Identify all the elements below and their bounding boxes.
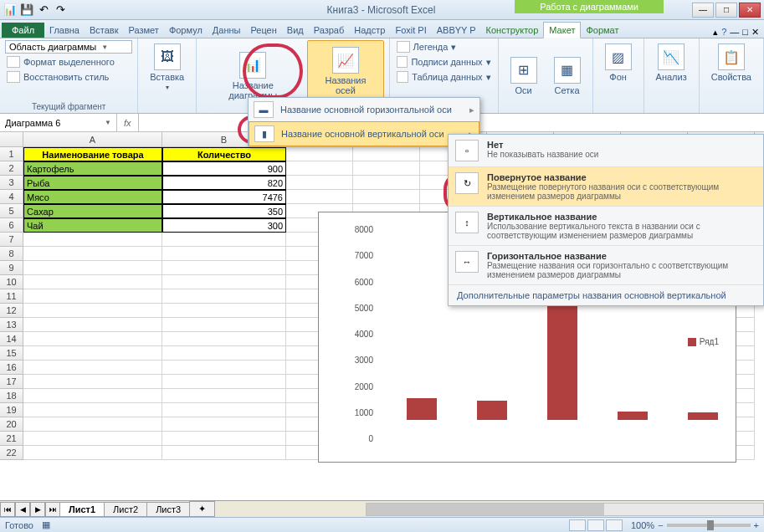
sheet-nav-prev[interactable]: ◀ [15, 502, 30, 517]
sheet-tab-3[interactable]: Лист3 [146, 502, 190, 517]
cell[interactable]: Количество [162, 147, 286, 161]
cell[interactable]: 7476 [162, 190, 286, 204]
menu-horizontal-axis-title[interactable]: ▬ Название основной горизонтальной оси▸ [249, 98, 479, 121]
cell[interactable] [23, 261, 162, 275]
insert-button[interactable]: 🖼Вставка▾ [143, 40, 191, 95]
row-header[interactable]: 4 [0, 190, 23, 204]
cell[interactable] [23, 417, 162, 432]
row-header[interactable]: 22 [0, 446, 23, 460]
cell[interactable] [162, 332, 286, 346]
axes-button[interactable]: ⊞Оси [504, 40, 544, 111]
cell[interactable] [23, 375, 162, 389]
tab-home[interactable]: Главна [44, 23, 85, 38]
new-sheet-button[interactable]: ✦ [189, 501, 215, 517]
cell[interactable] [162, 432, 286, 446]
zoom-level[interactable]: 100% [631, 520, 654, 530]
chart-bar[interactable] [407, 398, 437, 420]
cell[interactable] [162, 375, 286, 389]
submenu-more-options[interactable]: Дополнительные параметры названия основн… [449, 285, 763, 305]
cell[interactable] [353, 161, 420, 176]
doc-minimize-icon[interactable]: — [730, 27, 739, 38]
cell[interactable] [23, 332, 162, 346]
row-header[interactable]: 10 [0, 275, 23, 289]
cell[interactable] [353, 190, 420, 204]
row-header[interactable]: 1 [0, 147, 23, 161]
cell[interactable] [162, 275, 286, 289]
cell[interactable] [286, 190, 353, 204]
cell[interactable] [162, 304, 286, 318]
cell[interactable]: Чай [23, 218, 162, 233]
row-header[interactable]: 2 [0, 161, 23, 176]
cell[interactable]: Наименование товара [23, 147, 162, 161]
tab-abbyy[interactable]: ABBYY P [432, 23, 481, 38]
view-page-break[interactable] [606, 519, 623, 531]
submenu-rotated-title[interactable]: ↻ Повернутое названиеРазмещение повернут… [449, 167, 763, 207]
analysis-button[interactable]: 📉Анализ [649, 40, 694, 85]
submenu-none[interactable]: ▫ НетНе показывать название оси [449, 135, 763, 167]
minimize-button[interactable]: — [692, 3, 714, 18]
submenu-vertical-title[interactable]: ↕ Вертикальное названиеИспользование вер… [449, 207, 763, 246]
cell[interactable]: Мясо [23, 190, 162, 204]
zoom-in[interactable]: + [754, 520, 759, 530]
cell[interactable]: Рыба [23, 176, 162, 190]
cell[interactable] [286, 147, 353, 161]
chart-bar[interactable] [477, 401, 507, 420]
tab-data[interactable]: Данны [208, 23, 246, 38]
tab-chart-layout[interactable]: Макет [543, 22, 581, 38]
horizontal-scrollbar[interactable] [366, 503, 764, 516]
row-header[interactable]: 17 [0, 375, 23, 389]
cell[interactable]: Сахар [23, 204, 162, 218]
cell[interactable] [162, 389, 286, 403]
col-header[interactable]: A [23, 132, 162, 146]
row-header[interactable]: 11 [0, 289, 23, 304]
close-button[interactable]: ✕ [739, 3, 761, 18]
data-table-button[interactable]: Таблица данных ▾ [395, 70, 493, 84]
tab-layout[interactable]: Размет [124, 23, 164, 38]
view-page-layout[interactable] [587, 519, 604, 531]
macro-icon[interactable]: ▦ [42, 519, 50, 530]
row-header[interactable]: 18 [0, 389, 23, 403]
row-header[interactable]: 9 [0, 261, 23, 275]
cell[interactable] [162, 289, 286, 304]
cell[interactable] [23, 289, 162, 304]
cell[interactable] [162, 403, 286, 417]
zoom-out[interactable]: − [658, 520, 663, 530]
cell[interactable] [162, 247, 286, 261]
cell[interactable]: Картофель [23, 161, 162, 176]
cell[interactable] [286, 161, 353, 176]
cell[interactable] [162, 346, 286, 361]
cell[interactable] [353, 147, 420, 161]
sheet-tab-1[interactable]: Лист1 [59, 502, 105, 517]
help-icon[interactable]: ? [721, 27, 726, 38]
cell[interactable] [162, 261, 286, 275]
cell[interactable] [162, 446, 286, 460]
cell[interactable] [23, 403, 162, 417]
menu-vertical-axis-title[interactable]: ▮ Название основной вертикальной оси▸ [249, 121, 479, 146]
chart-bar[interactable] [618, 412, 648, 420]
cell[interactable] [23, 304, 162, 318]
name-box[interactable]: Диаграмма 6▼ [0, 114, 117, 131]
row-header[interactable]: 20 [0, 417, 23, 432]
cell[interactable]: 900 [162, 161, 286, 176]
save-icon[interactable]: 💾 [20, 3, 33, 17]
tab-formulas[interactable]: Формул [164, 23, 208, 38]
row-header[interactable]: 7 [0, 233, 23, 247]
cell[interactable] [23, 247, 162, 261]
tab-chart-format[interactable]: Формат [581, 23, 623, 38]
row-header[interactable]: 8 [0, 247, 23, 261]
row-header[interactable]: 12 [0, 304, 23, 318]
file-tab[interactable]: Файл [2, 23, 44, 38]
format-selection-button[interactable]: Формат выделенного [5, 55, 132, 69]
cell[interactable] [162, 318, 286, 332]
chart-element-combo[interactable]: Область диаграммы▼ [5, 40, 132, 54]
cell[interactable] [162, 361, 286, 375]
cell[interactable] [23, 275, 162, 289]
submenu-horizontal-title[interactable]: ↔ Горизонтальное названиеРазмещение назв… [449, 246, 763, 285]
redo-icon[interactable]: ↷ [54, 3, 67, 17]
maximize-button[interactable]: □ [715, 3, 737, 18]
zoom-slider[interactable] [667, 524, 751, 527]
doc-close-icon[interactable]: ✕ [751, 27, 759, 38]
cell[interactable] [23, 346, 162, 361]
row-header[interactable]: 3 [0, 176, 23, 190]
tab-review[interactable]: Рецен [245, 23, 281, 38]
